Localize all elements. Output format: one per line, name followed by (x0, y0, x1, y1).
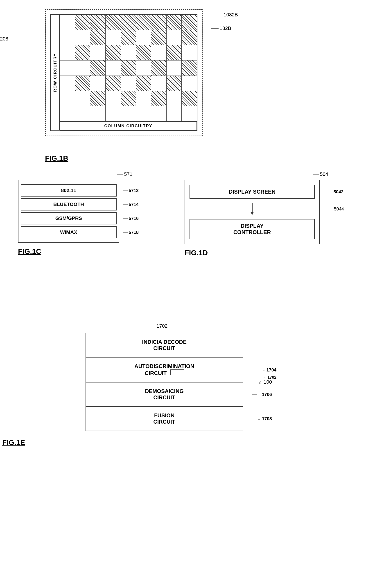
grid-cell (90, 76, 106, 91)
fig1b-inner-box: ROW CIRCUITRY (50, 14, 198, 131)
grid-with-row-label: ROW CIRCUITRY (51, 15, 197, 131)
wireless-item-80211: 802.11 5712 (21, 184, 117, 197)
grid-cell (136, 15, 151, 30)
grid-cell (106, 76, 121, 91)
fig1c-label: FIG.1C (18, 247, 119, 256)
display-controller-box: DISPLAYCONTROLLER (190, 219, 315, 239)
ref-5712: 5712 (129, 188, 139, 193)
grid-cell (106, 106, 121, 121)
grid-cell (60, 76, 75, 91)
fig1d-ref-main: 504 (320, 171, 328, 177)
display-controller-label: DISPLAYCONTROLLER (233, 223, 271, 235)
ref-5042: 5042 (334, 189, 344, 194)
grid-cell (75, 45, 91, 60)
ref-100: ↙ 100 (258, 379, 272, 385)
grid-cell (121, 91, 136, 106)
ref-1702-autodiscrim: ← 1702 (264, 375, 276, 380)
grid-cell (121, 45, 136, 60)
ref-1708: ← 1708 (258, 416, 272, 421)
grid-cell (167, 76, 182, 91)
grid-cell (75, 76, 91, 91)
ref-5714: 5714 (129, 202, 139, 207)
grid-cell (121, 106, 136, 121)
fig1e-outer-box: 1702 ↙ 100 INDICIA DECODECIRCUIT AUTODIS… (85, 333, 243, 431)
fig1d-section: 504 DISPLAY SCREEN 5042 5044 DISPLAYCONT… (185, 180, 320, 257)
fig1e-section: 1702 ↙ 100 INDICIA DECODECIRCUIT AUTODIS… (40, 333, 266, 431)
grid-cell (151, 15, 167, 30)
circuit-row-fusion: FUSIONCIRCUIT ← 1708 (86, 407, 243, 431)
ref-208: 208 (0, 36, 8, 42)
grid-cell (182, 76, 197, 91)
grid-cell (60, 106, 75, 121)
grid-cell (182, 15, 197, 30)
grid-cell (151, 60, 167, 76)
grid-cell (182, 106, 197, 121)
grid-cell (167, 15, 182, 30)
grid-cell (106, 15, 121, 30)
ref-1082b: 1082B (223, 12, 238, 18)
grid-cell (136, 91, 151, 106)
fig1e-label: FIG.1E (2, 439, 25, 447)
ref-182b: 182B (220, 25, 231, 31)
grid-cell (182, 91, 197, 106)
grid-cell (167, 45, 182, 60)
grid-cell (121, 76, 136, 91)
wireless-item-gsm: GSM/GPRS 5716 (21, 212, 117, 224)
grid-cell (75, 60, 91, 76)
grid-cell (151, 45, 167, 60)
grid-cell (151, 76, 167, 91)
fusion-label: FUSIONCIRCUIT (153, 412, 175, 425)
grid-rows (60, 15, 197, 121)
grid-cell (136, 60, 151, 76)
display-screen-box: DISPLAY SCREEN 5042 (190, 185, 315, 199)
grid-cell (167, 30, 182, 45)
circuit-row-autodiscrim: AUTODISCRIMINATIONCIRCUIT ← 1704 ← 1702 (86, 358, 243, 382)
row-circuitry-label: ROW CIRCUITRY (51, 15, 60, 131)
page-container: 208 1082B 182B ROW CIRCUITRY (0, 0, 366, 588)
grid-cell (121, 60, 136, 76)
fig1d-box: 504 DISPLAY SCREEN 5042 5044 DISPLAYCONT… (185, 180, 320, 244)
grid-cell (121, 15, 136, 30)
grid-cell (90, 45, 106, 60)
grid-cell (90, 60, 106, 76)
fig1b-section: 208 1082B 182B ROW CIRCUITRY (18, 9, 221, 149)
grid-cell (167, 91, 182, 106)
grid-cell (90, 15, 106, 30)
grid-cell (90, 91, 106, 106)
autodiscrim-label: AUTODISCRIMINATIONCIRCUIT (134, 363, 194, 376)
fig1c-section: 571 802.11 5712 BLUETOOTH 5714 GSM/GPRS … (18, 180, 119, 256)
grid-cell (121, 30, 136, 45)
grid-cell (75, 106, 91, 121)
grid-cell (167, 106, 182, 121)
fig1b-outer-box: 1082B 182B ROW CIRCUITRY (45, 9, 203, 136)
grid-cell (75, 91, 91, 106)
grid-cell (90, 30, 106, 45)
grid-cell (106, 60, 121, 76)
grid-cell (151, 30, 167, 45)
wireless-item-bluetooth: BLUETOOTH 5714 (21, 198, 117, 210)
fig1b-label: FIG.1B (45, 154, 221, 162)
grid-cell (136, 106, 151, 121)
grid-cell (60, 30, 75, 45)
ref-1704: ← 1704 (262, 367, 276, 372)
grid-cell (151, 106, 167, 121)
grid-cell (106, 91, 121, 106)
indicia-label: INDICIA DECODECIRCUIT (142, 339, 187, 351)
grid-cell (106, 45, 121, 60)
grid-cell (151, 91, 167, 106)
grid-cell (182, 30, 197, 45)
grid-area: COLUMN CIRCUITRY (60, 15, 197, 131)
ref-5716: 5716 (129, 216, 139, 221)
wireless-item-wimax: WIMAX 5718 (21, 226, 117, 238)
demosaicing-label: DEMOSAICINGCIRCUIT (145, 388, 184, 400)
ref-1702-top: 1702 (156, 323, 168, 329)
ref-1706: ← 1706 (258, 392, 272, 397)
grid-cell (136, 76, 151, 91)
grid-cell (75, 30, 91, 45)
column-circuitry-label: COLUMN CIRCUITRY (60, 121, 197, 131)
grid-cell (182, 45, 197, 60)
grid-cell (182, 60, 197, 76)
grid-cell (60, 91, 75, 106)
ref-5718: 5718 (129, 230, 139, 235)
fig1c-box: 571 802.11 5712 BLUETOOTH 5714 GSM/GPRS … (18, 180, 119, 243)
